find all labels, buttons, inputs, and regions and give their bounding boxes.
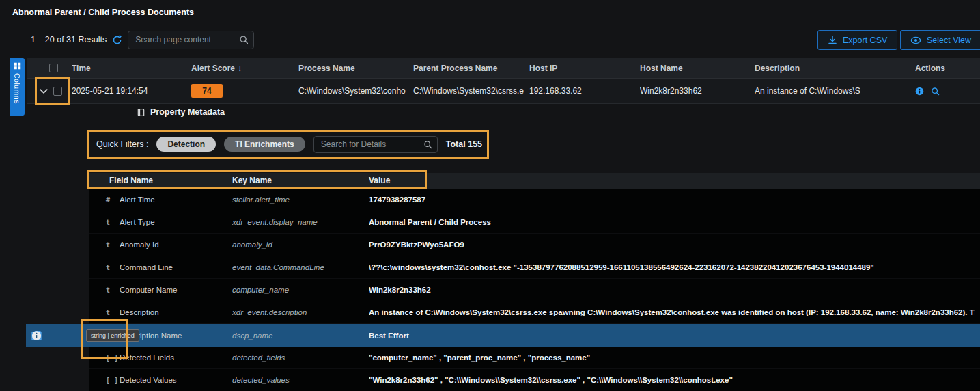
key-name: stellar.alert_time <box>232 196 290 204</box>
details-search-input[interactable] <box>313 136 438 153</box>
field-value: \??\c:\windows\system32\conhost.exe "-13… <box>369 263 975 271</box>
field-name: Anomaly Id <box>120 241 159 249</box>
row-description: An instance of C:\Windows\S <box>755 86 915 96</box>
header-actions: Actions <box>915 64 980 73</box>
field-value: "computer_name" , "parent_proc_name" , "… <box>369 353 975 362</box>
app-window: Abnormal Parent / Child Process Document… <box>0 0 980 391</box>
metadata-row[interactable]: t Alert Type xdr_event.display_name Abno… <box>89 211 980 234</box>
table-row[interactable]: 2025-05-21 19:14:54 74 C:\Windows\System… <box>27 79 980 104</box>
field-value: An instance of C:\Windows\System32\csrss… <box>369 308 975 316</box>
filter-ti-enrichments-button[interactable]: TI Enrichments <box>224 137 305 152</box>
select-view-label: Select View <box>927 36 971 45</box>
header-alert-score[interactable]: Alert Score ↓ <box>191 64 298 73</box>
metadata-row[interactable]: t Computer Name computer_name Win2k8r2n3… <box>89 279 980 301</box>
alert-score-badge: 74 <box>191 84 223 98</box>
field-type-tooltip: string | enriched <box>86 329 139 342</box>
field-type-array-icon: [ ] <box>106 377 118 384</box>
select-all-checkbox[interactable] <box>49 64 58 72</box>
field-value: "Win2k8r2n33h62" , "C:\\Windows\\System3… <box>369 376 975 384</box>
header-host-ip[interactable]: Host IP <box>529 64 640 73</box>
row-process-name: C:\Windows\System32\conho <box>298 86 413 96</box>
quick-filters-bar: Quick Filters : Detection TI Enrichments… <box>96 133 482 155</box>
metadata-header-key: Key Name <box>232 176 272 185</box>
export-csv-button[interactable]: Export CSV <box>817 30 897 50</box>
metadata-row[interactable]: [ ] Detected Values detected_values "Win… <box>89 369 980 391</box>
field-name: Alert Time <box>120 196 155 204</box>
field-type-string-icon: t <box>106 241 118 249</box>
property-metadata-title: Property Metadata <box>137 107 225 117</box>
field-type-array-icon: [ ] <box>106 354 118 362</box>
chevron-down-icon[interactable] <box>40 89 48 94</box>
metadata-header-row: Field Name Key Name Value <box>89 173 980 189</box>
row-host-ip: 192.168.33.62 <box>529 86 640 96</box>
field-type-string-icon: t <box>106 309 118 316</box>
details-search <box>313 136 438 153</box>
header-parent-process-name[interactable]: Parent Process Name <box>413 64 529 73</box>
key-name: xdr_event.description <box>232 308 307 316</box>
page-search-input[interactable] <box>128 31 254 49</box>
search-action-icon[interactable] <box>931 87 940 96</box>
grid-icon <box>14 62 21 70</box>
book-icon <box>137 108 145 117</box>
field-name: Alert Type <box>120 218 155 226</box>
info-icon[interactable] <box>915 87 924 96</box>
metadata-row[interactable]: # Alert Time stellar.alert_time 17479382… <box>89 189 980 211</box>
select-view-button[interactable]: Select View <box>900 30 980 50</box>
key-name: computer_name <box>232 286 289 294</box>
row-host-name: Win2k8r2n33h62 <box>640 86 755 96</box>
field-type-string-icon: t <box>106 219 118 226</box>
field-name: Command Line <box>120 263 173 271</box>
row-time: 2025-05-21 19:14:54 <box>72 86 191 96</box>
field-info-icon[interactable] <box>31 330 42 340</box>
filter-detection-button[interactable]: Detection <box>156 137 216 152</box>
download-icon <box>828 36 837 45</box>
key-name: dscp_name <box>232 332 272 340</box>
key-name: detected_fields <box>232 353 285 362</box>
total-count: Total 155 <box>446 139 482 149</box>
page-title: Abnormal Parent / Child Process Document… <box>12 8 194 17</box>
field-name: Detected Values <box>120 376 177 384</box>
key-name: event_data.CommandLine <box>232 263 324 271</box>
header-time[interactable]: Time <box>72 64 191 73</box>
field-value: Win2k8r2n33h62 <box>369 286 975 294</box>
metadata-row[interactable]: [ ] Detected Fields detected_fields "com… <box>89 347 980 369</box>
field-value: Best Effort <box>369 332 975 340</box>
quick-filters-label: Quick Filters : <box>96 139 148 149</box>
refresh-icon[interactable] <box>112 35 122 45</box>
field-type-string-icon: t <box>106 264 118 271</box>
metadata-row[interactable]: t Command Line event_data.CommandLine \?… <box>89 256 980 279</box>
eye-icon <box>910 36 921 44</box>
results-toolbar: 1 – 20 of 31 Results <box>31 30 254 49</box>
key-name: xdr_event.display_name <box>232 218 318 226</box>
row-checkbox[interactable] <box>53 87 62 96</box>
sort-desc-icon: ↓ <box>238 64 242 73</box>
metadata-table: # Alert Time stellar.alert_time 17479382… <box>89 189 980 391</box>
header-process-name[interactable]: Process Name <box>298 64 413 73</box>
table-header-row: Time Alert Score ↓ Process Name Parent P… <box>27 58 980 79</box>
columns-tab-label: Columns <box>13 73 21 104</box>
export-csv-label: Export CSV <box>843 36 887 45</box>
field-value: 1747938287587 <box>369 196 975 204</box>
field-type-number-icon: # <box>106 196 118 204</box>
key-name: anomaly_id <box>232 241 272 249</box>
metadata-header-value: Value <box>369 176 390 185</box>
header-host-name[interactable]: Host Name <box>640 64 755 73</box>
results-table: Time Alert Score ↓ Process Name Parent P… <box>27 58 980 104</box>
metadata-header-field: Field Name <box>109 176 153 185</box>
field-value: Abnormal Parent / Child Process <box>369 218 975 226</box>
key-name: detected_values <box>232 376 290 384</box>
metadata-row[interactable]: t Anomaly Id anomaly_id PrrO9ZYBktzPWyo5… <box>89 234 980 256</box>
columns-tab[interactable]: Columns <box>10 58 25 116</box>
metadata-row-selected[interactable]: Description Name dscp_name Best Effort s… <box>89 324 980 347</box>
field-name: Computer Name <box>120 286 177 294</box>
results-count: 1 – 20 of 31 Results <box>31 35 107 44</box>
row-parent-process-name: C:\Windows\System32\csrss.e <box>413 86 529 96</box>
field-type-string-icon: t <box>106 286 118 294</box>
page-search <box>128 31 254 49</box>
metadata-row[interactable]: t Description xdr_event.description An i… <box>89 301 980 324</box>
field-value: PrrO9ZYBktzPWyo5AFO9 <box>369 241 975 249</box>
row-actions <box>915 87 980 96</box>
field-name: Description <box>120 308 159 316</box>
header-description[interactable]: Description <box>755 64 915 73</box>
field-name: Detected Fields <box>120 353 174 362</box>
